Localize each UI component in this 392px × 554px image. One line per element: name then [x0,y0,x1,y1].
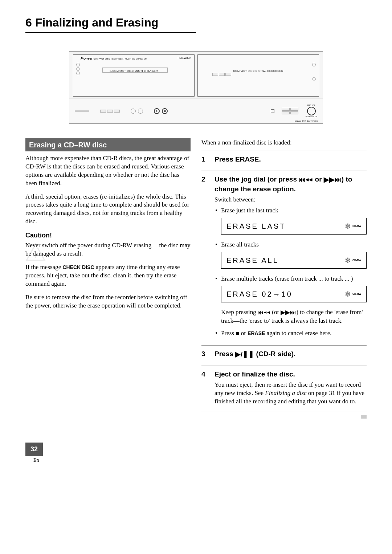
indicator-circle [76,63,80,66]
cdrw-badge: CD-RW [352,224,361,228]
knob [131,109,136,114]
right-unit: COMPACT DISC DIGITAL RECORDER [197,54,319,97]
sub-note: Keep pressing ⏮◀◀ (or ▶▶⏭) to change the… [221,308,367,325]
lcd-display: ERASE ALL ✻ CD-RW [221,252,367,269]
push-enter-label: PUSH ENTER [306,115,317,118]
play-pause-button [282,111,290,114]
chapter-title-text: Finalizing and Erasing [35,16,159,29]
display-text: ERASE LAST [226,221,286,231]
chapter-number: 6 [25,16,32,29]
body-paragraph: A third, special option, erases (re-init… [25,193,191,226]
chapter-title: 6 Finalizing and Erasing [25,15,196,33]
step-title: Press ERASE. [215,155,367,164]
step-number: 4 [201,370,208,406]
dial: ◉ [162,108,168,114]
section-header: Erasing a CD–RW disc [25,138,191,151]
spinning-disc-icon: ✻ [345,289,351,299]
prev-rewind-icon: ⏮◀◀ [258,309,270,317]
device-button [212,73,218,76]
left-unit: Pioneer COMPACT DISC RECORDER / MULTI-CD… [73,54,195,97]
device-button [114,110,120,113]
page-number: 32 [25,443,43,456]
lcd-display: ERASE LAST ✻ CD-RW [221,218,367,235]
display-text: ERASE ALL [226,255,279,265]
spinning-disc-icon: ✻ [345,255,351,265]
device-slot [75,110,89,112]
device-button [107,110,113,113]
intro-line: When a non-finalized disc is loaded: [201,138,367,147]
step-title: Eject or finalize the disc. [215,370,367,379]
cross-reference: Finalizing a disc [265,390,306,396]
step-4: 4 Eject or finalize the disc. You must e… [201,366,367,406]
knob [138,109,143,114]
step-title: Use the jog dial (or press ⏮◀◀ or ▶▶⏭) t… [215,175,367,194]
body-paragraph: Although more expensive than CD-R discs,… [25,154,191,188]
rec-vol-label: REC VOL [307,104,315,107]
indicator-circle [76,72,80,75]
prev-rewind-icon: ⏮◀◀ [299,175,313,185]
prev-button [282,108,290,111]
caution-paragraph: ! Never switch off the power during CD-R… [25,241,191,258]
bullet-item: Erase just the last track [215,206,367,215]
step-body: You must eject, then re-insert the disc … [215,381,367,406]
page-footer: 32 En [25,443,367,464]
section-end-rule [201,411,367,421]
device-button [225,73,231,76]
step-number: 3 [201,349,208,360]
rec-vol-dial [307,107,316,115]
step-title: Press ▶/❚❚ (CD-R side). [215,349,367,359]
check-disc-label: CHECK DISC [62,264,94,270]
brand: Pioneer [81,57,93,60]
device-controls-row: ● ◉ REC VOL PUSH ENTER [69,98,323,123]
bullet-item: Press ■ or ERASE again to cancel erase h… [215,329,367,338]
step-number: 2 [201,175,208,340]
step-3: 3 Press ▶/❚❚ (CD-R side). [201,345,367,360]
fwd-next-icon: ▶▶⏭ [324,175,342,185]
indicator-circle [312,77,316,81]
next-button [290,108,298,111]
bullet-item: Erase multiple tracks (erase from track … [215,274,367,283]
spinning-disc-icon: ✻ [345,221,351,231]
model-number: PDR-W839 [178,56,191,60]
indicator-circle [76,67,80,71]
caution-paragraph: If the message CHECK DISC appears any ti… [25,263,191,288]
page-language: En [33,457,39,464]
dial: ● [154,108,160,114]
play-pause-icon: ▶/❚❚ [235,350,254,359]
stop-btn [290,111,298,114]
cdrw-badge: CD-RW [352,292,361,296]
erase-label: ERASE [248,330,265,336]
left-column: Erasing a CD–RW disc Although more expen… [25,138,191,421]
step-2: 2 Use the jog dial (or press ⏮◀◀ or ▶▶⏭)… [201,171,367,340]
right-column: When a non-finalized disc is loaded: 1 P… [201,138,367,421]
text-prefix: If the message [25,264,62,270]
brand-tag: COMPACT DISC RECORDER / MULTI-CD CHANGER [94,58,147,60]
step-1: 1 Press ERASE. [201,151,367,166]
stop-button [271,109,274,113]
indicator-circle [312,63,316,66]
right-unit-label: COMPACT DISC DIGITAL RECORDER [233,69,283,73]
step-number: 1 [201,155,208,166]
cdrw-badge: CD-RW [352,258,361,262]
step-body: Switch between: [215,196,367,204]
display-text: ERASE 02→10 [226,289,293,299]
stop-icon: ■ [236,329,239,338]
device-button [100,110,106,113]
caution-paragraph: Be sure to remove the disc from the reco… [25,293,191,310]
end-mark-icon [361,415,367,419]
disc-tray [102,68,168,73]
caution-heading: Caution! [25,231,191,240]
fwd-next-icon: ▶▶⏭ [281,309,296,317]
lcd-display: ERASE 02→10 ✻ CD-RW [221,286,367,302]
legato-label: Legato Link Conversion [295,119,318,122]
caution-text-1: Never switch off the power during CD-RW … [25,242,191,257]
device-illustration: Pioneer COMPACT DISC RECORDER / MULTI-CD… [69,51,323,124]
bullet-item: Erase all tracks [215,240,367,249]
device-button [219,73,225,76]
